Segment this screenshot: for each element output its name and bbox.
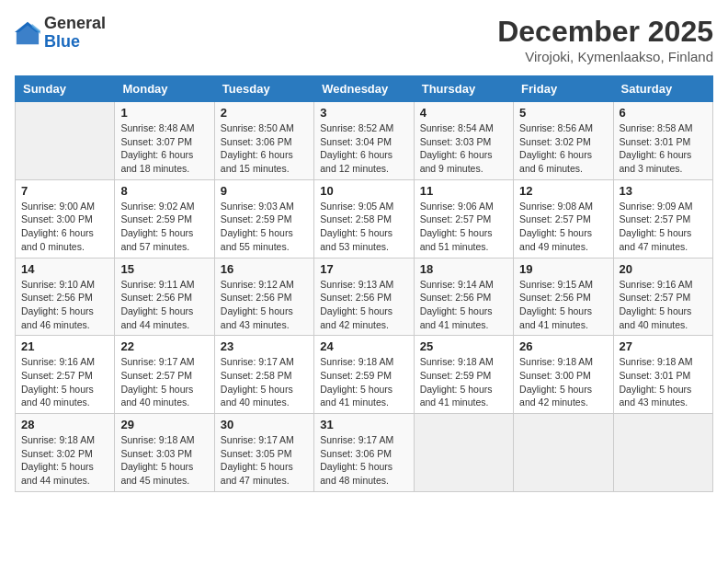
day-info: Sunrise: 9:18 AMSunset: 3:01 PMDaylight:… (620, 355, 707, 409)
day-number: 25 (420, 339, 507, 353)
calendar-cell: 1Sunrise: 8:48 AMSunset: 3:07 PMDaylight… (115, 102, 214, 180)
calendar-cell: 23Sunrise: 9:17 AMSunset: 2:58 PMDayligh… (214, 336, 313, 414)
day-number: 31 (320, 418, 407, 431)
day-number: 23 (221, 339, 308, 353)
calendar-cell: 6Sunrise: 8:58 AMSunset: 3:01 PMDaylight… (613, 102, 712, 180)
day-number: 1 (120, 106, 208, 120)
calendar-cell: 17Sunrise: 9:13 AMSunset: 2:56 PMDayligh… (314, 258, 414, 336)
day-info: Sunrise: 9:12 AMSunset: 2:56 PMDaylight:… (221, 278, 308, 332)
day-number: 15 (120, 262, 208, 276)
day-number: 24 (320, 339, 407, 353)
day-number: 17 (320, 262, 407, 276)
calendar-cell: 27Sunrise: 9:18 AMSunset: 3:01 PMDayligh… (613, 336, 712, 414)
day-number: 21 (21, 339, 108, 353)
calendar-cell: 19Sunrise: 9:15 AMSunset: 2:56 PMDayligh… (514, 258, 613, 336)
calendar-cell: 30Sunrise: 9:17 AMSunset: 3:05 PMDayligh… (214, 414, 313, 492)
day-info: Sunrise: 9:15 AMSunset: 2:56 PMDaylight:… (519, 278, 607, 332)
calendar-week-1: 1Sunrise: 8:48 AMSunset: 3:07 PMDaylight… (16, 102, 713, 180)
day-info: Sunrise: 8:56 AMSunset: 3:02 PMDaylight:… (519, 121, 607, 176)
day-info: Sunrise: 9:10 AMSunset: 2:56 PMDaylight:… (21, 278, 108, 332)
day-number: 16 (221, 262, 308, 276)
day-number: 5 (519, 106, 607, 120)
day-info: Sunrise: 9:16 AMSunset: 2:57 PMDaylight:… (620, 278, 707, 332)
calendar-cell: 16Sunrise: 9:12 AMSunset: 2:56 PMDayligh… (214, 258, 313, 336)
day-number: 4 (420, 106, 507, 120)
calendar-cell: 4Sunrise: 8:54 AMSunset: 3:03 PMDaylight… (414, 102, 513, 180)
day-number: 12 (519, 184, 607, 198)
header-tuesday: Tuesday (214, 76, 313, 102)
calendar-cell: 5Sunrise: 8:56 AMSunset: 3:02 PMDaylight… (514, 102, 613, 180)
day-number: 2 (221, 106, 308, 120)
calendar-cell: 15Sunrise: 9:11 AMSunset: 2:56 PMDayligh… (115, 258, 214, 336)
day-info: Sunrise: 9:11 AMSunset: 2:56 PMDaylight:… (120, 278, 208, 332)
calendar-cell: 20Sunrise: 9:16 AMSunset: 2:57 PMDayligh… (613, 258, 712, 336)
day-number: 13 (620, 184, 707, 198)
calendar-cell: 3Sunrise: 8:52 AMSunset: 3:04 PMDaylight… (314, 102, 414, 180)
day-info: Sunrise: 9:17 AMSunset: 3:05 PMDaylight:… (221, 433, 308, 488)
calendar-body: 1Sunrise: 8:48 AMSunset: 3:07 PMDaylight… (16, 102, 713, 492)
calendar-cell: 9Sunrise: 9:03 AMSunset: 2:59 PMDaylight… (214, 179, 313, 258)
day-number: 7 (21, 184, 108, 198)
calendar-cell: 22Sunrise: 9:17 AMSunset: 2:57 PMDayligh… (115, 336, 214, 414)
calendar-cell: 8Sunrise: 9:02 AMSunset: 2:59 PMDaylight… (115, 179, 214, 258)
calendar-week-2: 7Sunrise: 9:00 AMSunset: 3:00 PMDaylight… (16, 179, 713, 258)
day-number: 3 (320, 106, 407, 120)
calendar-week-5: 28Sunrise: 9:18 AMSunset: 3:02 PMDayligh… (16, 414, 713, 492)
title-block: December 2025 Virojoki, Kymenlaakso, Fin… (497, 15, 713, 64)
day-info: Sunrise: 9:02 AMSunset: 2:59 PMDaylight:… (120, 200, 208, 254)
header-wednesday: Wednesday (314, 76, 414, 102)
day-number: 6 (620, 106, 707, 120)
calendar-cell (613, 414, 712, 492)
day-info: Sunrise: 9:13 AMSunset: 2:56 PMDaylight:… (320, 278, 407, 332)
logo-text: General Blue (44, 15, 106, 52)
day-info: Sunrise: 8:54 AMSunset: 3:03 PMDaylight:… (420, 121, 507, 176)
day-info: Sunrise: 9:00 AMSunset: 3:00 PMDaylight:… (21, 200, 108, 254)
day-info: Sunrise: 9:16 AMSunset: 2:57 PMDaylight:… (21, 355, 108, 409)
day-number: 29 (120, 418, 208, 431)
day-number: 20 (620, 262, 707, 276)
logo-icon (15, 20, 40, 46)
day-number: 28 (21, 418, 108, 431)
day-number: 27 (620, 339, 707, 353)
day-number: 30 (221, 418, 308, 431)
page-header: General Blue December 2025 Virojoki, Kym… (15, 15, 713, 64)
calendar-cell (16, 102, 115, 180)
day-info: Sunrise: 9:06 AMSunset: 2:57 PMDaylight:… (420, 200, 507, 254)
location: Virojoki, Kymenlaakso, Finland (497, 49, 713, 64)
day-info: Sunrise: 9:18 AMSunset: 3:02 PMDaylight:… (21, 433, 108, 488)
day-info: Sunrise: 9:09 AMSunset: 2:57 PMDaylight:… (620, 200, 707, 254)
day-info: Sunrise: 9:18 AMSunset: 3:00 PMDaylight:… (519, 355, 607, 409)
calendar-cell: 13Sunrise: 9:09 AMSunset: 2:57 PMDayligh… (613, 179, 712, 258)
logo-blue: Blue (44, 33, 106, 52)
calendar-cell: 11Sunrise: 9:06 AMSunset: 2:57 PMDayligh… (414, 179, 513, 258)
calendar-cell: 14Sunrise: 9:10 AMSunset: 2:56 PMDayligh… (16, 258, 115, 336)
day-info: Sunrise: 8:52 AMSunset: 3:04 PMDaylight:… (320, 121, 407, 176)
calendar-cell: 28Sunrise: 9:18 AMSunset: 3:02 PMDayligh… (16, 414, 115, 492)
header-friday: Friday (514, 76, 613, 102)
calendar-cell: 18Sunrise: 9:14 AMSunset: 2:56 PMDayligh… (414, 258, 513, 336)
day-number: 14 (21, 262, 108, 276)
header-sunday: Sunday (16, 76, 115, 102)
day-info: Sunrise: 9:05 AMSunset: 2:58 PMDaylight:… (320, 200, 407, 254)
day-number: 19 (519, 262, 607, 276)
day-info: Sunrise: 9:18 AMSunset: 2:59 PMDaylight:… (320, 355, 407, 409)
day-info: Sunrise: 8:50 AMSunset: 3:06 PMDaylight:… (221, 121, 308, 176)
calendar-cell: 29Sunrise: 9:18 AMSunset: 3:03 PMDayligh… (115, 414, 214, 492)
calendar-cell (414, 414, 513, 492)
day-info: Sunrise: 9:08 AMSunset: 2:57 PMDaylight:… (519, 200, 607, 254)
day-info: Sunrise: 9:17 AMSunset: 3:06 PMDaylight:… (320, 433, 407, 488)
calendar-cell (514, 414, 613, 492)
calendar-cell: 7Sunrise: 9:00 AMSunset: 3:00 PMDaylight… (16, 179, 115, 258)
header-monday: Monday (115, 76, 214, 102)
calendar-header: SundayMondayTuesdayWednesdayThursdayFrid… (16, 76, 713, 102)
logo-general: General (44, 15, 106, 33)
calendar-week-3: 14Sunrise: 9:10 AMSunset: 2:56 PMDayligh… (16, 258, 713, 336)
month-title: December 2025 (497, 15, 713, 49)
day-info: Sunrise: 9:18 AMSunset: 2:59 PMDaylight:… (420, 355, 507, 409)
header-saturday: Saturday (613, 76, 712, 102)
day-number: 22 (120, 339, 208, 353)
day-number: 10 (320, 184, 407, 198)
day-number: 26 (519, 339, 607, 353)
calendar-cell: 10Sunrise: 9:05 AMSunset: 2:58 PMDayligh… (314, 179, 414, 258)
day-number: 11 (420, 184, 507, 198)
